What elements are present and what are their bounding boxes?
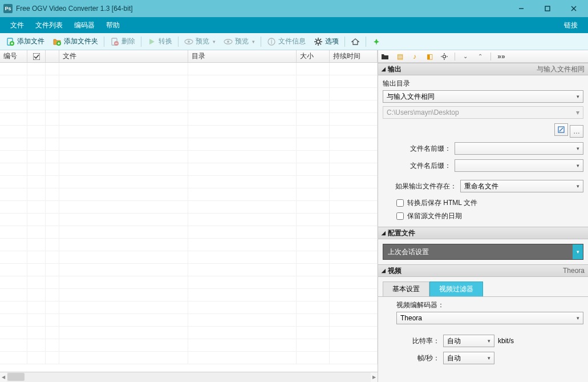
- svg-rect-30: [33, 53, 40, 60]
- add-file-button[interactable]: 添加文件: [2, 35, 48, 48]
- more-icon[interactable]: »»: [497, 52, 506, 61]
- svg-line-28: [320, 39, 321, 40]
- col-file[interactable]: 文件: [59, 50, 188, 62]
- svg-line-27: [320, 43, 321, 45]
- grid-header: 编号 文件 目录 大小 持续时间: [0, 50, 378, 63]
- horizontal-scrollbar[interactable]: ◀ ▶: [0, 372, 378, 382]
- document-icon[interactable]: ▤: [395, 52, 404, 61]
- add-file-icon: [6, 37, 15, 46]
- menu-help[interactable]: 帮助: [100, 18, 125, 33]
- file-grid: 编号 文件 目录 大小 持续时间: [0, 50, 378, 382]
- profile-section-header[interactable]: ◢ 配置文件: [378, 227, 588, 239]
- codec-value: Theora: [400, 314, 422, 322]
- maximize-button[interactable]: [534, 1, 561, 17]
- col-check[interactable]: [27, 50, 46, 62]
- menu-encoder[interactable]: 编码器: [68, 18, 100, 33]
- menu-file[interactable]: 文件: [5, 18, 30, 33]
- fps-value: 自动: [447, 353, 461, 363]
- convert-button[interactable]: 转换: [144, 35, 176, 48]
- options-button[interactable]: 选项: [310, 35, 342, 48]
- info-icon: i: [267, 37, 276, 46]
- profile-value: 上次会话设置: [388, 247, 429, 257]
- add-folder-label: 添加文件夹: [64, 37, 98, 46]
- triangle-icon: ◢: [382, 268, 386, 274]
- pin-icon: [372, 37, 381, 46]
- eye-icon: [224, 37, 233, 46]
- delete-icon: [110, 37, 119, 46]
- col-duration[interactable]: 持续时间: [330, 50, 378, 62]
- output-section-header[interactable]: ◢ 输出 与输入文件相同: [378, 63, 588, 75]
- chevron-down-icon: ▾: [577, 94, 579, 99]
- chevron-down-icon[interactable]: ⌄: [461, 52, 470, 61]
- add-folder-icon: [52, 37, 62, 46]
- delete-button[interactable]: 删除: [107, 35, 139, 48]
- col-number[interactable]: 编号: [0, 50, 27, 62]
- delete-label: 删除: [121, 37, 135, 46]
- main-toolbar: 添加文件 添加文件夹 删除 转换 预览 ▾ 预览 ▾ i 文件信息 选项: [0, 33, 588, 50]
- exists-select[interactable]: 重命名文件▾: [460, 180, 583, 192]
- preview2-label: 预览: [235, 37, 249, 46]
- svg-point-21: [317, 40, 320, 43]
- grid-body[interactable]: [0, 63, 378, 372]
- play-icon: [147, 37, 156, 46]
- folder-icon[interactable]: [380, 52, 390, 61]
- svg-rect-1: [545, 6, 550, 11]
- convert-label: 转换: [159, 37, 172, 46]
- close-button[interactable]: [561, 1, 587, 17]
- keep-date-checkbox[interactable]: 保留源文件的日期: [396, 211, 583, 221]
- svg-text:i: i: [271, 38, 273, 46]
- options-label: 选项: [325, 37, 339, 46]
- video-section-header[interactable]: ◢ 视频 Theora: [378, 264, 588, 277]
- profile-title: 配置文件: [388, 228, 415, 238]
- chevron-down-icon: ▾: [577, 315, 579, 321]
- bitrate-value: 自动: [447, 336, 461, 346]
- preview2-button[interactable]: 预览 ▾: [220, 35, 258, 48]
- svg-marker-14: [149, 39, 155, 45]
- fps-select[interactable]: 自动▾: [443, 352, 494, 364]
- output-dir-select[interactable]: 与输入文件相同 ▾: [383, 90, 583, 103]
- output-path-value: C:\Users\mayn\Desktop: [387, 108, 459, 116]
- tab-basic[interactable]: 基本设置: [383, 282, 429, 296]
- add-file-label: 添加文件: [17, 37, 44, 46]
- output-hint: 与输入文件相同: [537, 65, 585, 74]
- save-html-checkbox[interactable]: 转换后保存 HTML 文件: [396, 198, 583, 208]
- codec-label: 视频编解码器：: [396, 300, 583, 310]
- output-path-field[interactable]: C:\Users\mayn\Desktop ▾: [383, 106, 583, 119]
- add-folder-button[interactable]: 添加文件夹: [49, 35, 102, 48]
- svg-point-18: [227, 41, 229, 43]
- triangle-icon: ◢: [382, 66, 386, 72]
- video-title: 视频: [388, 266, 402, 276]
- profile-select[interactable]: 上次会话设置 ▾: [383, 244, 583, 260]
- title-bar: Ps Free OGV Video Converter 1.3 [64-bit]: [0, 0, 588, 17]
- menu-link[interactable]: 链接: [558, 18, 583, 33]
- music-icon[interactable]: ♪: [410, 52, 419, 61]
- prefix-select[interactable]: ▾: [455, 142, 583, 155]
- fps-label: 帧/秒：: [383, 353, 440, 363]
- minimize-button[interactable]: [508, 1, 534, 17]
- home-button[interactable]: [347, 35, 363, 48]
- col-icon[interactable]: [46, 50, 59, 62]
- suffix-label: 文件名后缀：: [383, 161, 451, 171]
- gear-icon[interactable]: [440, 52, 449, 61]
- preview1-button[interactable]: 预览 ▾: [181, 35, 219, 48]
- file-info-label: 文件信息: [278, 37, 306, 46]
- tab-filter[interactable]: 视频过滤器: [429, 282, 483, 296]
- save-icon[interactable]: ◧: [425, 52, 434, 61]
- edit-path-button[interactable]: [554, 123, 568, 136]
- pin-button[interactable]: [368, 35, 384, 48]
- svg-point-16: [188, 41, 190, 43]
- suffix-select[interactable]: ▾: [455, 159, 583, 172]
- svg-point-31: [443, 55, 446, 58]
- file-info-button[interactable]: i 文件信息: [263, 35, 309, 48]
- col-size[interactable]: 大小: [297, 50, 330, 62]
- triangle-icon: ◢: [382, 230, 386, 236]
- bitrate-label: 比特率：: [383, 336, 440, 346]
- codec-select[interactable]: Theora ▾: [396, 312, 583, 324]
- output-title: 输出: [388, 65, 402, 74]
- menu-filelist[interactable]: 文件列表: [30, 18, 68, 33]
- bitrate-select[interactable]: 自动▾: [443, 335, 494, 347]
- browse-path-button[interactable]: …: [570, 125, 583, 138]
- chevron-down-icon: ▾: [252, 39, 255, 45]
- col-dir[interactable]: 目录: [188, 50, 297, 62]
- chevron-up-icon[interactable]: ⌃: [476, 52, 485, 61]
